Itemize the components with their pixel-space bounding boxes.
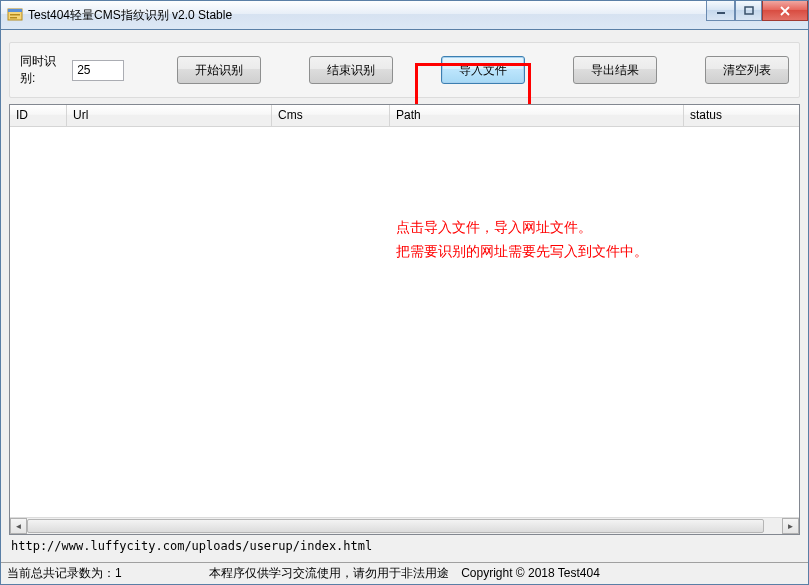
col-path[interactable]: Path <box>390 105 684 126</box>
result-list[interactable]: ID Url Cms Path status ◄ ► <box>9 104 800 535</box>
scroll-right-icon[interactable]: ► <box>782 518 799 534</box>
minimize-button[interactable] <box>706 1 735 21</box>
titlebar: Test404轻量CMS指纹识别 v2.0 Stable <box>0 0 809 30</box>
import-button[interactable]: 导入文件 <box>441 56 525 84</box>
status-record-count: 当前总共记录数为：1 <box>7 565 122 582</box>
client-area: 同时识别: 开始识别 结束识别 导入文件 导出结果 清空列表 ID Url Cm… <box>0 30 809 585</box>
scroll-left-icon[interactable]: ◄ <box>10 518 27 534</box>
annotation-line2: 把需要识别的网址需要先写入到文件中。 <box>396 240 648 262</box>
scroll-track[interactable] <box>27 518 782 534</box>
concurrent-label: 同时识别: <box>20 53 62 87</box>
svg-rect-4 <box>717 12 725 14</box>
col-status[interactable]: status <box>684 105 799 126</box>
start-button[interactable]: 开始识别 <box>177 56 261 84</box>
clear-button[interactable]: 清空列表 <box>705 56 789 84</box>
list-header: ID Url Cms Path status <box>10 105 799 127</box>
annotation-line1: 点击导入文件，导入网址文件。 <box>396 216 592 238</box>
horizontal-scrollbar[interactable]: ◄ ► <box>10 517 799 534</box>
window-title: Test404轻量CMS指纹识别 v2.0 Stable <box>28 7 232 24</box>
svg-rect-5 <box>745 7 753 14</box>
svg-rect-3 <box>10 17 17 19</box>
svg-rect-2 <box>10 14 20 16</box>
status-bar: 当前总共记录数为：1 本程序仅供学习交流使用，请勿用于非法用途 Copyrigh… <box>1 562 808 584</box>
concurrent-input[interactable] <box>72 60 124 81</box>
url-display: http://www.luffycity.com/uploads/userup/… <box>11 539 798 553</box>
scroll-thumb[interactable] <box>27 519 764 533</box>
col-cms[interactable]: Cms <box>272 105 390 126</box>
window-controls <box>706 1 808 21</box>
toolbar: 同时识别: 开始识别 结束识别 导入文件 导出结果 清空列表 <box>9 42 800 98</box>
status-copyright: 本程序仅供学习交流使用，请勿用于非法用途 Copyright © 2018 Te… <box>1 565 808 582</box>
maximize-button[interactable] <box>735 1 762 21</box>
list-body <box>10 127 799 517</box>
app-icon <box>7 7 23 23</box>
export-button[interactable]: 导出结果 <box>573 56 657 84</box>
close-button[interactable] <box>762 1 808 21</box>
svg-rect-1 <box>8 9 22 12</box>
col-url[interactable]: Url <box>67 105 272 126</box>
col-id[interactable]: ID <box>10 105 67 126</box>
stop-button[interactable]: 结束识别 <box>309 56 393 84</box>
